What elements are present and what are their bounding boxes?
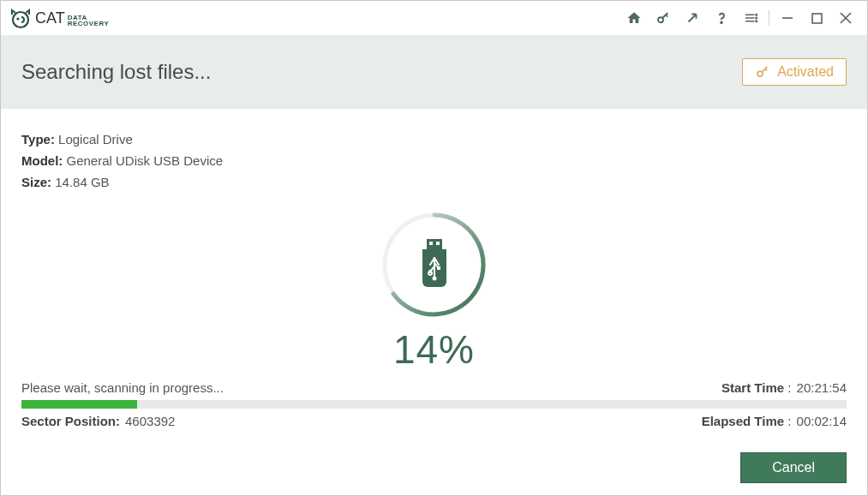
wait-text: Please wait, scanning in progress... [21,380,224,395]
help-icon [714,10,729,26]
menu-icon [743,10,758,26]
content-area: Type: Logical Drive Model: General UDisk… [1,109,867,495]
svg-rect-17 [429,242,433,245]
footer: Cancel [740,452,847,483]
header: Searching lost files... Activated [1,35,867,109]
sector-value: 4603392 [125,414,175,428]
progress-percent: 14% [393,326,475,373]
titlebar: CAT DATA RECOVERY [1,1,867,35]
menu-button[interactable] [736,3,765,33]
key-button[interactable] [649,3,678,33]
size-label: Size: [21,175,51,189]
share-button[interactable] [678,3,707,33]
sector-position: Sector Position:4603392 [21,414,175,428]
elapsed-value: 00:02:14 [797,414,847,428]
size-value: 14.84 GB [55,175,109,189]
app-window: CAT DATA RECOVERY [0,0,868,496]
progress-bar [21,400,847,409]
activated-button[interactable]: Activated [742,58,847,86]
help-button[interactable] [707,3,736,33]
type-value: Logical Drive [58,132,133,146]
svg-rect-16 [427,239,442,249]
titlebar-separator [769,10,769,26]
progress-bar-fill [21,400,137,409]
svg-point-9 [756,21,757,22]
logo-text-main: CAT [35,9,65,27]
svg-rect-11 [812,14,822,23]
activated-label: Activated [777,64,834,80]
minimize-icon [781,12,793,24]
elapsed-label: Elapsed Time [702,414,784,428]
progress-center: 14% [378,208,491,373]
start-time-value: 20:21:54 [797,380,847,395]
model-label: Model: [21,153,63,168]
minimize-button[interactable] [773,3,802,33]
cancel-button[interactable]: Cancel [740,452,847,483]
home-button[interactable] [620,3,649,33]
svg-point-8 [756,17,757,19]
logo-text-sub2: RECOVERY [68,21,110,27]
share-icon [685,10,700,26]
start-time: Start Time : 20:21:54 [721,380,847,395]
maximize-icon [811,13,823,24]
sector-label: Sector Position: [21,414,120,428]
svg-point-14 [757,71,763,76]
type-label: Type: [21,132,55,146]
drive-info: Type: Logical Drive Model: General UDisk… [21,129,847,193]
usb-icon [416,239,453,290]
svg-point-1 [16,17,19,20]
key-icon [755,64,770,80]
home-icon [626,10,642,26]
maximize-button[interactable] [802,3,831,33]
svg-point-0 [13,12,28,27]
svg-rect-18 [436,242,440,245]
progress-spinner [378,208,491,321]
svg-point-7 [756,15,757,16]
svg-point-2 [658,17,663,22]
progress-area: Please wait, scanning in progress... Sta… [21,380,847,428]
start-time-label: Start Time [721,380,784,395]
app-logo: CAT DATA RECOVERY [9,7,109,29]
model-value: General UDisk USB Device [67,153,224,168]
cat-logo-icon [9,7,32,29]
titlebar-icons [620,3,860,33]
elapsed-time: Elapsed Time : 00:02:14 [702,414,847,428]
close-button[interactable] [831,3,860,33]
svg-point-3 [721,21,722,23]
close-icon [840,12,852,24]
page-title: Searching lost files... [21,60,211,84]
key-icon [655,10,671,26]
svg-point-21 [432,277,436,281]
